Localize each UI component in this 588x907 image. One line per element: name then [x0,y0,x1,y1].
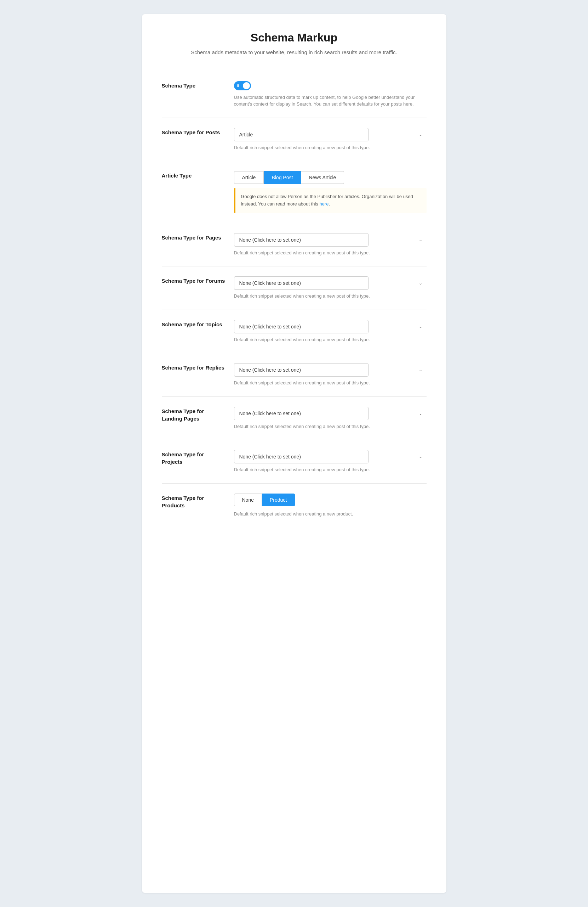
schema-type-replies-label: Schema Type for Replies [162,363,225,371]
schema-type-landing-pages-content: None (Click here to set one) Article ⌄ D… [234,407,427,430]
landing-pages-select-wrapper: None (Click here to set one) Article ⌄ [234,407,427,420]
schema-type-content: ⏸ Use automatic structured data to mark … [234,81,427,108]
warning-link[interactable]: here [319,201,329,207]
news-article-btn[interactable]: News Article [301,171,344,184]
schema-type-products-section: Schema Type for Products None Product De… [162,483,427,527]
schema-type-posts-section: Schema Type for Posts Article None (Clic… [162,118,427,161]
posts-helper: Default rich snippet selected when creat… [234,144,427,151]
posts-select-arrow: ⌄ [419,132,422,137]
toggle-wrapper: ⏸ [234,81,427,90]
topics-select-arrow: ⌄ [419,324,422,329]
schema-type-pages-section: Schema Type for Pages None (Click here t… [162,223,427,266]
topics-select-wrapper: None (Click here to set one) Article ⌄ [234,320,427,333]
products-helper: Default rich snippet selected when creat… [234,511,427,518]
landing-pages-select[interactable]: None (Click here to set one) Article [234,407,369,420]
schema-type-replies-content: None (Click here to set one) Article ⌄ D… [234,363,427,386]
pages-select-wrapper: None (Click here to set one) Article ⌄ [234,233,427,247]
posts-select-wrapper: Article None (Click here to set one) Blo… [234,128,427,141]
schema-type-projects-label: Schema Type for Projects [162,450,225,466]
schema-type-replies-section: Schema Type for Replies None (Click here… [162,353,427,396]
pages-select-arrow: ⌄ [419,237,422,242]
schema-type-topics-section: Schema Type for Topics None (Click here … [162,310,427,353]
schema-type-landing-pages-section: Schema Type for Landing Pages None (Clic… [162,396,427,440]
projects-select-arrow: ⌄ [419,454,422,459]
schema-type-posts-label: Schema Type for Posts [162,128,225,136]
schema-type-pages-label: Schema Type for Pages [162,233,225,241]
page-title: Schema Markup [162,31,427,44]
forums-select-wrapper: None (Click here to set one) Article ⌄ [234,276,427,290]
landing-pages-select-arrow: ⌄ [419,411,422,416]
schema-type-products-content: None Product Default rich snippet select… [234,494,427,518]
toggle-slider: ⏸ [234,81,251,90]
schema-type-landing-pages-label: Schema Type for Landing Pages [162,407,225,422]
page-subtitle: Schema adds metadata to your website, re… [162,48,427,57]
replies-helper: Default rich snippet selected when creat… [234,380,427,386]
topics-select[interactable]: None (Click here to set one) Article [234,320,369,333]
warning-text: Google does not allow Person as the Publ… [241,193,421,208]
schema-type-helper: Use automatic structured data to mark up… [234,94,427,108]
main-card: Schema Markup Schema adds metadata to yo… [142,14,446,893]
toggle-icon: ⏸ [236,84,240,88]
schema-type-section: Schema Type ⏸ Use automatic structured d… [162,71,427,118]
posts-select[interactable]: Article None (Click here to set one) Blo… [234,128,369,141]
landing-pages-helper: Default rich snippet selected when creat… [234,423,427,430]
schema-type-label: Schema Type [162,81,225,89]
schema-type-forums-label: Schema Type for Forums [162,276,225,285]
schema-type-toggle[interactable]: ⏸ [234,81,251,90]
product-btn[interactable]: Product [262,494,295,506]
schema-type-topics-content: None (Click here to set one) Article ⌄ D… [234,320,427,343]
schema-type-forums-content: None (Click here to set one) Article ⌄ D… [234,276,427,300]
blog-post-btn[interactable]: Blog Post [264,171,301,184]
replies-select[interactable]: None (Click here to set one) Article [234,363,369,377]
pages-select[interactable]: None (Click here to set one) Article [234,233,369,247]
schema-type-projects-content: None (Click here to set one) Article ⌄ D… [234,450,427,473]
schema-type-forums-section: Schema Type for Forums None (Click here … [162,266,427,310]
article-btn[interactable]: Article [234,171,264,184]
article-type-label: Article Type [162,171,225,179]
schema-type-pages-content: None (Click here to set one) Article ⌄ D… [234,233,427,256]
article-type-btn-group: Article Blog Post News Article [234,171,427,184]
pages-helper: Default rich snippet selected when creat… [234,249,427,256]
article-type-content: Article Blog Post News Article Google do… [234,171,427,213]
article-type-section: Article Type Article Blog Post News Arti… [162,161,427,223]
products-btn-group: None Product [234,494,427,506]
none-btn[interactable]: None [234,494,262,506]
replies-select-arrow: ⌄ [419,367,422,372]
schema-type-posts-content: Article None (Click here to set one) Blo… [234,128,427,151]
projects-helper: Default rich snippet selected when creat… [234,466,427,473]
forums-select-arrow: ⌄ [419,280,422,285]
schema-type-topics-label: Schema Type for Topics [162,320,225,328]
schema-type-products-label: Schema Type for Products [162,494,225,509]
article-type-warning: Google does not allow Person as the Publ… [234,188,427,213]
projects-select[interactable]: None (Click here to set one) Article [234,450,369,463]
forums-select[interactable]: None (Click here to set one) Article [234,276,369,290]
projects-select-wrapper: None (Click here to set one) Article ⌄ [234,450,427,463]
topics-helper: Default rich snippet selected when creat… [234,336,427,343]
forums-helper: Default rich snippet selected when creat… [234,293,427,300]
schema-type-projects-section: Schema Type for Projects None (Click her… [162,440,427,483]
replies-select-wrapper: None (Click here to set one) Article ⌄ [234,363,427,377]
